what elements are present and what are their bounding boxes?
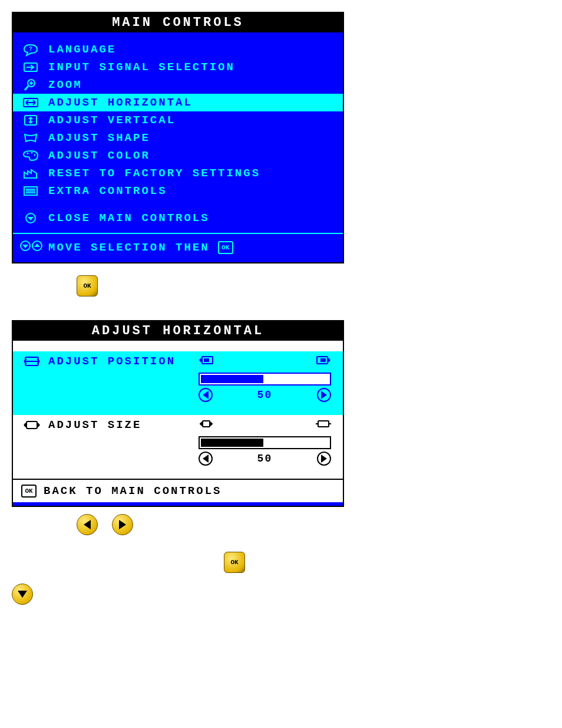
horiz-icon (19, 97, 42, 108)
adjust-horizontal-title: ADJUST HORIZONTAL (13, 321, 343, 341)
main-controls-panel: MAIN CONTROLS ? LANGUAGE INPUT SIGNAL SE… (12, 12, 344, 263)
size-value: 50 (257, 453, 273, 465)
shift-left-icon (199, 355, 214, 369)
physical-ok-button[interactable]: OK (77, 275, 550, 297)
physical-down-button[interactable] (12, 584, 33, 605)
svg-rect-26 (27, 421, 37, 429)
decrease-icon (199, 452, 213, 466)
svg-point-12 (34, 154, 36, 156)
menu-label: INPUT SIGNAL SELECTION (42, 61, 235, 74)
ok-icon: OK (218, 241, 233, 254)
menu-label: CLOSE MAIN CONTROLS (42, 212, 210, 225)
svg-text:?: ? (29, 46, 34, 52)
main-controls-title: MAIN CONTROLS (13, 13, 343, 32)
menu-label: ADJUST HORIZONTAL (42, 96, 193, 109)
back-label: BACK TO MAIN CONTROLS (44, 485, 222, 498)
svg-rect-27 (203, 421, 210, 427)
physical-left-button[interactable] (77, 514, 98, 535)
pos-icon (20, 355, 44, 368)
input-icon (19, 61, 42, 73)
narrow-icon (199, 419, 214, 433)
size-slider[interactable] (199, 436, 331, 449)
menu-label: ZOOM (42, 78, 82, 91)
speech-icon: ? (19, 44, 42, 55)
menu-label: ADJUST COLOR (42, 149, 150, 162)
menu-item-reset-factory[interactable]: RESET TO FACTORY SETTINGS (13, 164, 343, 182)
increase-icon (317, 388, 331, 402)
palette-icon (19, 150, 42, 162)
hint-bar: MOVE SELECTION THEN OK (13, 233, 343, 259)
back-row[interactable]: OK BACK TO MAIN CONTROLS (13, 479, 343, 502)
decrease-icon (199, 388, 213, 402)
menu-item-input-signal[interactable]: INPUT SIGNAL SELECTION (13, 58, 343, 76)
factory-icon (19, 167, 42, 179)
increase-icon (317, 452, 331, 466)
vert-icon (19, 114, 42, 126)
menu-label: ADJUST SHAPE (42, 131, 150, 144)
menu-label: EXTRA CONTROLS (42, 185, 167, 197)
adjust-position-row[interactable]: ADJUST POSITION 50 (13, 351, 343, 415)
svg-line-5 (25, 86, 28, 90)
size-icon (20, 419, 44, 431)
adjust-horizontal-panel: ADJUST HORIZONTAL ADJUST POSITION 50 (12, 320, 344, 507)
up-down-icon (19, 240, 48, 255)
adjust-size-row[interactable]: ADJUST SIZE 50 (13, 415, 343, 479)
position-value: 50 (257, 389, 273, 401)
position-slider[interactable] (199, 373, 331, 386)
svg-rect-25 (320, 358, 326, 362)
menu-label: RESET TO FACTORY SETTINGS (42, 167, 260, 180)
svg-point-10 (27, 153, 29, 154)
shape-icon (19, 132, 42, 144)
menu-label: ADJUST VERTICAL (42, 114, 176, 127)
shift-right-icon (316, 355, 331, 369)
adjust-position-label: ADJUST POSITION (44, 355, 176, 368)
svg-point-11 (31, 152, 33, 154)
hint-text: MOVE SELECTION THEN (48, 241, 210, 254)
ok-icon: OK (21, 485, 37, 498)
extra-icon (19, 185, 42, 197)
zoom-icon (19, 78, 42, 91)
menu-item-zoom[interactable]: ZOOM (13, 76, 343, 94)
svg-rect-28 (318, 421, 329, 427)
main-menu: ? LANGUAGE INPUT SIGNAL SELECTION ZOOM A… (13, 32, 343, 262)
menu-item-adjust-color[interactable]: ADJUST COLOR (13, 147, 343, 164)
menu-item-adjust-horizontal[interactable]: ADJUST HORIZONTAL (13, 94, 343, 111)
menu-item-adjust-shape[interactable]: ADJUST SHAPE (13, 129, 343, 147)
close-down-icon (19, 212, 42, 224)
wide-icon (316, 419, 331, 433)
physical-right-button[interactable] (112, 514, 133, 535)
menu-item-close[interactable]: CLOSE MAIN CONTROLS (13, 209, 343, 227)
menu-item-extra-controls[interactable]: EXTRA CONTROLS (13, 182, 343, 200)
menu-item-adjust-vertical[interactable]: ADJUST VERTICAL (13, 111, 343, 129)
adjust-size-label: ADJUST SIZE (44, 419, 141, 431)
menu-label: LANGUAGE (42, 43, 116, 56)
menu-item-language[interactable]: ? LANGUAGE (13, 41, 343, 58)
svg-rect-23 (204, 358, 209, 362)
physical-ok-button-2[interactable]: OK (224, 552, 245, 573)
